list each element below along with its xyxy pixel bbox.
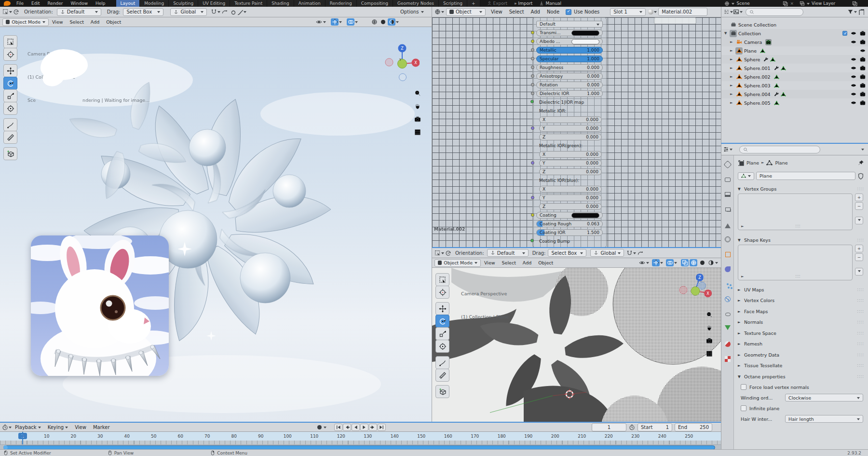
expander-icon[interactable]: ►: [730, 66, 735, 70]
xray-toggle-icon[interactable]: [681, 259, 689, 266]
tool-button[interactable]: [3, 64, 17, 77]
shading-rendered-icon[interactable]: [707, 259, 715, 266]
node-param-row[interactable]: Coating IOR 1.500: [536, 229, 603, 236]
options-dropdown[interactable]: Options: [400, 9, 424, 14]
octane-panel-header[interactable]: ▼Octane properties::::: [738, 371, 864, 382]
breadcrumb-data[interactable]: Plane: [775, 160, 787, 166]
tool-button[interactable]: [435, 356, 449, 369]
workspace-tab[interactable]: Scripting: [439, 0, 467, 7]
render-visibility-icon[interactable]: [860, 56, 866, 62]
view-menu[interactable]: View: [481, 260, 499, 265]
node-socket[interactable]: [531, 161, 534, 165]
shading-wireframe-icon[interactable]: [690, 259, 697, 266]
keying-popover-caret[interactable]: [324, 427, 326, 430]
properties-tab[interactable]: [722, 338, 733, 350]
falloff-icon[interactable]: [12, 8, 20, 16]
panel-header[interactable]: ►Tissue Tessellate::::: [738, 360, 864, 372]
node-param-row[interactable]: Y 0.000: [539, 160, 602, 166]
end-frame-field[interactable]: End250: [675, 423, 712, 431]
panel-header[interactable]: ►UV Maps::::: [738, 284, 864, 295]
node-param-row[interactable]: Rotation 0.000: [536, 82, 603, 88]
timeline-menu-item[interactable]: View: [71, 425, 90, 430]
outliner-object-row[interactable]: ► Sphere.004: [721, 90, 868, 98]
falloff-icon[interactable]: [444, 249, 452, 257]
tool-button[interactable]: [435, 327, 449, 340]
properties-tab[interactable]: [722, 174, 733, 185]
expander-icon[interactable]: ►: [730, 101, 735, 105]
shape-keys-list[interactable]: ► ::::: [738, 245, 853, 280]
expander-icon[interactable]: ▼: [724, 31, 730, 35]
workspace-tab[interactable]: Shading: [267, 0, 294, 7]
snap-icon[interactable]: [626, 249, 636, 257]
timeline-menu-item[interactable]: Marker: [90, 425, 113, 430]
mode-dropdown[interactable]: Object Mode: [434, 259, 481, 267]
panel-header[interactable]: ►Remesh::::: [738, 339, 864, 350]
add-workspace-tab[interactable]: +: [467, 0, 480, 7]
node-param-row[interactable]: Albedo ...: [536, 38, 603, 45]
play-reverse-button[interactable]: [352, 424, 360, 431]
shape-keys-panel-header[interactable]: ▼Shape Keys::::: [738, 235, 864, 245]
import-button[interactable]: »Import: [514, 1, 532, 6]
node-param-row[interactable]: Coating Bump: [536, 238, 603, 245]
tool-button[interactable]: [435, 302, 449, 315]
expander-icon[interactable]: ►: [730, 75, 735, 79]
object-menu[interactable]: Object: [535, 260, 556, 265]
mesh-name-field[interactable]: Plane: [756, 172, 855, 180]
visibility-dropdown-icon[interactable]: [315, 18, 323, 26]
use-nodes-checkbox[interactable]: Use Nodes: [566, 9, 599, 15]
properties-tab[interactable]: [722, 234, 733, 245]
tool-button[interactable]: [435, 385, 449, 398]
mode-dropdown[interactable]: Object Mode: [2, 18, 49, 26]
outliner-object-row[interactable]: ► Plane: [721, 46, 868, 55]
node-param-row[interactable]: Dielectric IOR 1.000: [536, 90, 603, 97]
shader-menu-item[interactable]: Node: [543, 9, 563, 14]
workspace-tab[interactable]: Layout: [116, 0, 140, 7]
viewport-secondary[interactable]: Orientation: Default Drag: Select Box Gl…: [432, 247, 721, 422]
node-socket[interactable]: [531, 213, 534, 217]
outliner-object-row[interactable]: ► Camera: [721, 38, 868, 46]
hide-eye-icon[interactable]: [851, 91, 856, 97]
view-layer-selector[interactable]: View Layer: [800, 1, 857, 6]
node-param-row[interactable]: X 0.000: [539, 151, 602, 158]
pan-hand-icon[interactable]: [705, 323, 714, 332]
node-socket[interactable]: [531, 74, 534, 78]
drag-dropdown[interactable]: Select Box: [123, 8, 163, 16]
mesh-selector-icon[interactable]: [738, 172, 754, 180]
node-param-row[interactable]: Dielectric 1|IOR map: [536, 99, 603, 106]
properties-tab[interactable]: [722, 189, 733, 200]
workspace-tab[interactable]: Geometry Nodes: [393, 0, 439, 7]
properties-tab[interactable]: [722, 293, 733, 305]
topbar-menu-item[interactable]: File: [13, 1, 27, 6]
render-visibility-icon[interactable]: [860, 65, 866, 71]
play-button[interactable]: [360, 424, 368, 431]
vertex-groups-panel-header[interactable]: ▼Vertex Groups::::: [738, 184, 864, 193]
hide-eye-icon[interactable]: [851, 65, 856, 71]
workspace-tab[interactable]: Rendering: [326, 0, 357, 7]
node-socket[interactable]: [531, 196, 534, 199]
properties-search-input[interactable]: [739, 146, 820, 153]
fake-user-shield-icon[interactable]: [857, 173, 864, 180]
orientation-dropdown[interactable]: Default: [487, 249, 529, 257]
node-param-row[interactable]: Transmi...: [536, 29, 603, 36]
start-frame-field[interactable]: Start1: [637, 423, 672, 431]
shape-key-specials-button[interactable]: [855, 268, 863, 276]
tool-button[interactable]: [3, 147, 17, 160]
node-param-row[interactable]: Z 0.000: [539, 168, 602, 175]
hide-eye-icon[interactable]: [851, 39, 856, 45]
infinite-plane-checkbox-row[interactable]: Infinite plane: [738, 403, 864, 414]
ortho-toggle-icon[interactable]: [413, 128, 422, 137]
properties-tab[interactable]: [722, 353, 733, 365]
infinite-plane-checkbox[interactable]: [741, 405, 746, 411]
node-param-row[interactable]: Y 0.000: [539, 194, 602, 201]
node-socket[interactable]: [530, 100, 534, 103]
node-param-row[interactable]: Z 0.000: [539, 134, 602, 140]
expander-icon[interactable]: ►: [730, 40, 735, 44]
tool-button[interactable]: [3, 131, 17, 144]
node-param-row[interactable]: Default: [536, 21, 603, 28]
expander-icon[interactable]: ►: [730, 92, 735, 96]
topbar-menu-item[interactable]: Window: [67, 1, 92, 6]
hide-eye-icon[interactable]: [851, 30, 856, 36]
properties-tab[interactable]: [722, 204, 733, 215]
color-swatch[interactable]: [571, 30, 599, 36]
hair-dropdown[interactable]: Hair length: [785, 415, 863, 423]
